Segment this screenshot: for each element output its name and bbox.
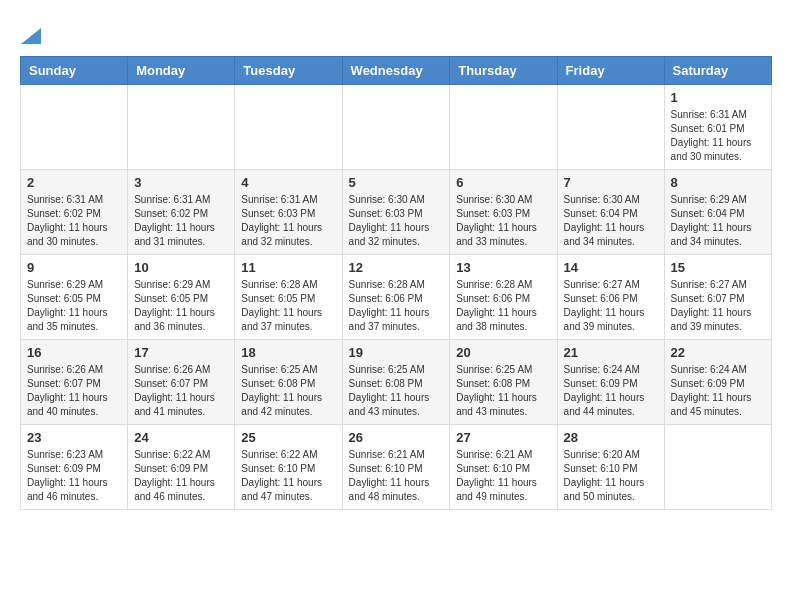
calendar-cell: 27Sunrise: 6:21 AM Sunset: 6:10 PM Dayli… (450, 425, 557, 510)
weekday-header: Sunday (21, 57, 128, 85)
day-info: Sunrise: 6:28 AM Sunset: 6:06 PM Dayligh… (456, 278, 550, 334)
day-info: Sunrise: 6:30 AM Sunset: 6:04 PM Dayligh… (564, 193, 658, 249)
day-info: Sunrise: 6:28 AM Sunset: 6:06 PM Dayligh… (349, 278, 444, 334)
calendar-cell: 10Sunrise: 6:29 AM Sunset: 6:05 PM Dayli… (128, 255, 235, 340)
day-info: Sunrise: 6:31 AM Sunset: 6:02 PM Dayligh… (134, 193, 228, 249)
calendar-cell: 22Sunrise: 6:24 AM Sunset: 6:09 PM Dayli… (664, 340, 771, 425)
calendar-week-row: 1Sunrise: 6:31 AM Sunset: 6:01 PM Daylig… (21, 85, 772, 170)
day-number: 17 (134, 345, 228, 360)
day-number: 12 (349, 260, 444, 275)
calendar-cell: 12Sunrise: 6:28 AM Sunset: 6:06 PM Dayli… (342, 255, 450, 340)
calendar-table: SundayMondayTuesdayWednesdayThursdayFrid… (20, 56, 772, 510)
day-info: Sunrise: 6:25 AM Sunset: 6:08 PM Dayligh… (241, 363, 335, 419)
calendar-cell: 26Sunrise: 6:21 AM Sunset: 6:10 PM Dayli… (342, 425, 450, 510)
day-number: 26 (349, 430, 444, 445)
calendar-cell: 8Sunrise: 6:29 AM Sunset: 6:04 PM Daylig… (664, 170, 771, 255)
calendar-cell: 14Sunrise: 6:27 AM Sunset: 6:06 PM Dayli… (557, 255, 664, 340)
svg-marker-0 (21, 28, 41, 44)
calendar-cell: 2Sunrise: 6:31 AM Sunset: 6:02 PM Daylig… (21, 170, 128, 255)
day-info: Sunrise: 6:25 AM Sunset: 6:08 PM Dayligh… (349, 363, 444, 419)
day-number: 21 (564, 345, 658, 360)
logo (20, 20, 41, 46)
day-info: Sunrise: 6:29 AM Sunset: 6:05 PM Dayligh… (27, 278, 121, 334)
day-info: Sunrise: 6:27 AM Sunset: 6:07 PM Dayligh… (671, 278, 765, 334)
calendar-week-row: 16Sunrise: 6:26 AM Sunset: 6:07 PM Dayli… (21, 340, 772, 425)
day-number: 11 (241, 260, 335, 275)
day-info: Sunrise: 6:22 AM Sunset: 6:09 PM Dayligh… (134, 448, 228, 504)
calendar-cell (128, 85, 235, 170)
day-number: 18 (241, 345, 335, 360)
calendar-cell: 9Sunrise: 6:29 AM Sunset: 6:05 PM Daylig… (21, 255, 128, 340)
calendar-cell: 20Sunrise: 6:25 AM Sunset: 6:08 PM Dayli… (450, 340, 557, 425)
day-info: Sunrise: 6:21 AM Sunset: 6:10 PM Dayligh… (349, 448, 444, 504)
calendar-cell: 1Sunrise: 6:31 AM Sunset: 6:01 PM Daylig… (664, 85, 771, 170)
day-info: Sunrise: 6:29 AM Sunset: 6:05 PM Dayligh… (134, 278, 228, 334)
day-number: 27 (456, 430, 550, 445)
calendar-cell: 21Sunrise: 6:24 AM Sunset: 6:09 PM Dayli… (557, 340, 664, 425)
day-info: Sunrise: 6:24 AM Sunset: 6:09 PM Dayligh… (671, 363, 765, 419)
calendar-cell (664, 425, 771, 510)
day-info: Sunrise: 6:30 AM Sunset: 6:03 PM Dayligh… (349, 193, 444, 249)
day-info: Sunrise: 6:25 AM Sunset: 6:08 PM Dayligh… (456, 363, 550, 419)
page-header (20, 20, 772, 46)
calendar-cell (450, 85, 557, 170)
day-info: Sunrise: 6:31 AM Sunset: 6:01 PM Dayligh… (671, 108, 765, 164)
day-number: 3 (134, 175, 228, 190)
calendar-cell: 15Sunrise: 6:27 AM Sunset: 6:07 PM Dayli… (664, 255, 771, 340)
weekday-header: Friday (557, 57, 664, 85)
day-number: 1 (671, 90, 765, 105)
day-number: 16 (27, 345, 121, 360)
weekday-header: Saturday (664, 57, 771, 85)
calendar-cell: 13Sunrise: 6:28 AM Sunset: 6:06 PM Dayli… (450, 255, 557, 340)
day-info: Sunrise: 6:24 AM Sunset: 6:09 PM Dayligh… (564, 363, 658, 419)
day-number: 24 (134, 430, 228, 445)
calendar-cell (557, 85, 664, 170)
day-info: Sunrise: 6:26 AM Sunset: 6:07 PM Dayligh… (27, 363, 121, 419)
day-info: Sunrise: 6:29 AM Sunset: 6:04 PM Dayligh… (671, 193, 765, 249)
logo-icon (21, 28, 41, 44)
calendar-cell: 11Sunrise: 6:28 AM Sunset: 6:05 PM Dayli… (235, 255, 342, 340)
calendar-cell: 7Sunrise: 6:30 AM Sunset: 6:04 PM Daylig… (557, 170, 664, 255)
day-info: Sunrise: 6:28 AM Sunset: 6:05 PM Dayligh… (241, 278, 335, 334)
day-number: 15 (671, 260, 765, 275)
day-number: 8 (671, 175, 765, 190)
day-info: Sunrise: 6:22 AM Sunset: 6:10 PM Dayligh… (241, 448, 335, 504)
day-number: 14 (564, 260, 658, 275)
calendar-cell: 19Sunrise: 6:25 AM Sunset: 6:08 PM Dayli… (342, 340, 450, 425)
calendar-cell: 25Sunrise: 6:22 AM Sunset: 6:10 PM Dayli… (235, 425, 342, 510)
calendar-week-row: 23Sunrise: 6:23 AM Sunset: 6:09 PM Dayli… (21, 425, 772, 510)
calendar-cell: 17Sunrise: 6:26 AM Sunset: 6:07 PM Dayli… (128, 340, 235, 425)
day-info: Sunrise: 6:23 AM Sunset: 6:09 PM Dayligh… (27, 448, 121, 504)
day-number: 7 (564, 175, 658, 190)
day-info: Sunrise: 6:31 AM Sunset: 6:02 PM Dayligh… (27, 193, 121, 249)
calendar-cell: 16Sunrise: 6:26 AM Sunset: 6:07 PM Dayli… (21, 340, 128, 425)
day-info: Sunrise: 6:20 AM Sunset: 6:10 PM Dayligh… (564, 448, 658, 504)
day-number: 22 (671, 345, 765, 360)
day-number: 2 (27, 175, 121, 190)
day-number: 13 (456, 260, 550, 275)
calendar-cell: 6Sunrise: 6:30 AM Sunset: 6:03 PM Daylig… (450, 170, 557, 255)
calendar-cell: 4Sunrise: 6:31 AM Sunset: 6:03 PM Daylig… (235, 170, 342, 255)
calendar-week-row: 9Sunrise: 6:29 AM Sunset: 6:05 PM Daylig… (21, 255, 772, 340)
weekday-header: Thursday (450, 57, 557, 85)
calendar-week-row: 2Sunrise: 6:31 AM Sunset: 6:02 PM Daylig… (21, 170, 772, 255)
calendar-cell: 28Sunrise: 6:20 AM Sunset: 6:10 PM Dayli… (557, 425, 664, 510)
day-number: 28 (564, 430, 658, 445)
day-info: Sunrise: 6:30 AM Sunset: 6:03 PM Dayligh… (456, 193, 550, 249)
weekday-header: Wednesday (342, 57, 450, 85)
weekday-header: Tuesday (235, 57, 342, 85)
day-number: 20 (456, 345, 550, 360)
day-number: 25 (241, 430, 335, 445)
day-number: 23 (27, 430, 121, 445)
calendar-cell (342, 85, 450, 170)
day-number: 10 (134, 260, 228, 275)
day-number: 5 (349, 175, 444, 190)
day-info: Sunrise: 6:31 AM Sunset: 6:03 PM Dayligh… (241, 193, 335, 249)
calendar-cell (235, 85, 342, 170)
calendar-header-row: SundayMondayTuesdayWednesdayThursdayFrid… (21, 57, 772, 85)
calendar-cell: 18Sunrise: 6:25 AM Sunset: 6:08 PM Dayli… (235, 340, 342, 425)
calendar-cell: 5Sunrise: 6:30 AM Sunset: 6:03 PM Daylig… (342, 170, 450, 255)
day-number: 19 (349, 345, 444, 360)
day-info: Sunrise: 6:26 AM Sunset: 6:07 PM Dayligh… (134, 363, 228, 419)
calendar-cell (21, 85, 128, 170)
